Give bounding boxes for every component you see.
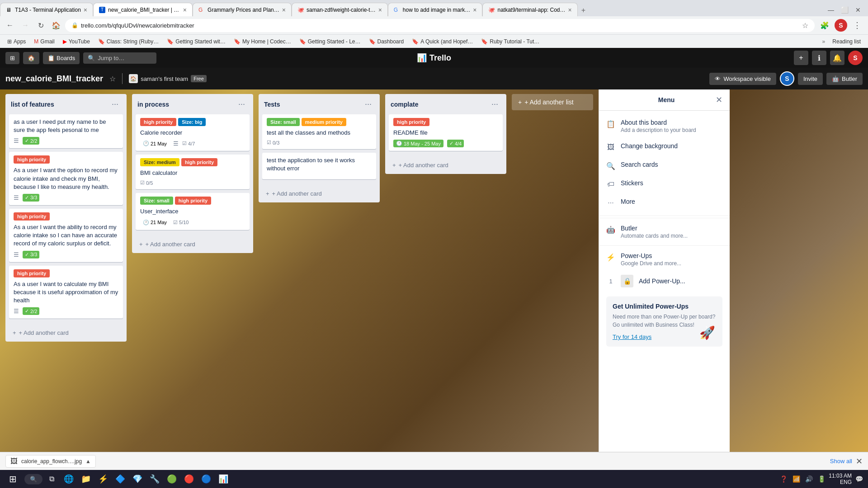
card-c2[interactable]: high priority As a user I want the optio… <box>9 152 123 205</box>
bookmark-8[interactable]: 🔖 A Quick (and Hopef… <box>408 37 476 46</box>
taskbar-app8[interactable]: 📊 <box>215 471 231 487</box>
list-menu-button-features[interactable]: ··· <box>109 99 121 110</box>
forward-button[interactable]: → <box>19 19 32 32</box>
close-window-button[interactable]: ✕ <box>852 4 864 16</box>
browser-tab-5[interactable]: G how to add image in mark… × <box>388 3 483 16</box>
add-list-button[interactable]: + + Add another list <box>512 94 593 110</box>
create-button[interactable]: + <box>794 51 808 65</box>
maximize-button[interactable]: ⬜ <box>838 4 851 16</box>
browser-tab-3[interactable]: G Grammarly Prices and Plan… × <box>193 3 292 16</box>
member-avatar[interactable]: S <box>780 71 794 86</box>
search-input[interactable] <box>98 55 152 61</box>
tab-close-4[interactable]: × <box>378 6 382 14</box>
taskbar-app5[interactable]: 🟢 <box>164 471 180 487</box>
menu-item-about[interactable]: 📋 About this board Add a description to … <box>599 114 730 138</box>
bookmark-3[interactable]: 🔖 Class: String (Ruby… <box>94 37 162 46</box>
upsell-link[interactable]: Try for 14 days <box>613 333 651 340</box>
add-card-button-features[interactable]: + + Add another card <box>9 327 123 339</box>
menu-item-powerups[interactable]: ⚡ Power-Ups Google Drive and more... <box>599 248 730 271</box>
bookmarks-more[interactable]: » <box>820 37 828 46</box>
menu-close-button[interactable]: ✕ <box>716 95 722 105</box>
list-menu-button-complete[interactable]: ··· <box>489 99 501 110</box>
taskbar-app7[interactable]: 🔵 <box>198 471 214 487</box>
header-search[interactable]: 🔍 <box>83 52 156 64</box>
bookmark-7[interactable]: 🔖 Dashboard <box>365 37 408 46</box>
card-c10[interactable]: high priority README file 🕐 18 May - 25 … <box>389 114 503 151</box>
grid-button[interactable]: ⊞ <box>5 52 19 64</box>
taskbar-app2[interactable]: 🔷 <box>112 471 128 487</box>
tab-close-5[interactable]: × <box>473 6 476 14</box>
browser-tab-1[interactable]: 🖥 T1A3 - Terminal Application × <box>0 3 93 16</box>
notifications-button[interactable]: 🔔 <box>830 51 844 65</box>
workspace-button[interactable]: 👁 Workspace visible <box>709 73 776 85</box>
list-menu-button-inprocess[interactable]: ··· <box>236 99 248 110</box>
browser-tab-4[interactable]: 🐙 saman-zdf/weight-calorie-t… × <box>292 3 388 16</box>
home-trello-button[interactable]: 🏠 <box>23 52 39 64</box>
taskbar-network[interactable]: 📶 <box>791 474 802 484</box>
board-title[interactable]: new_calorie_BMI_tracker <box>5 74 103 84</box>
new-tab-button[interactable]: + <box>578 5 589 16</box>
taskbar-battery[interactable]: 🔋 <box>816 474 827 484</box>
taskbar-explorer[interactable]: 📁 <box>78 471 94 487</box>
minimize-button[interactable]: — <box>825 4 837 16</box>
menu-dots-button[interactable]: ⋮ <box>850 18 864 33</box>
reading-list[interactable]: Reading list <box>829 37 864 46</box>
taskbar-help[interactable]: ❓ <box>778 474 789 484</box>
taskbar-browser[interactable]: 🌐 <box>61 471 77 487</box>
info-button[interactable]: ℹ <box>812 51 826 65</box>
card-c1[interactable]: as a user I need put my name to be sure … <box>9 114 123 148</box>
taskbar-task-view[interactable]: ⧉ <box>43 471 60 487</box>
bookmark-5[interactable]: 🔖 My Home | Codec… <box>230 37 295 46</box>
profile-avatar[interactable]: S <box>835 19 847 32</box>
tab-close-6[interactable]: × <box>568 6 572 14</box>
add-card-button-tests[interactable]: + + Add another card <box>262 188 376 200</box>
profile-button[interactable]: S <box>834 18 848 33</box>
taskbar-app3[interactable]: 💎 <box>129 471 146 487</box>
bookmark-apps[interactable]: ⊞ Apps <box>4 37 29 46</box>
taskbar-app6[interactable]: 🔴 <box>181 471 197 487</box>
card-c6[interactable]: Size: medium high priority BMI calculato… <box>136 155 250 189</box>
card-c9[interactable]: test the application to see it works wit… <box>262 153 376 179</box>
menu-item-search[interactable]: 🔍 Search cards <box>599 156 730 175</box>
extensions-button[interactable]: 🧩 <box>817 18 832 33</box>
browser-tab-6[interactable]: 🐙 natkat9/terminal-app: Cod… × <box>482 3 577 16</box>
card-c8[interactable]: Size: small medium priority test all the… <box>262 114 376 149</box>
tab-close-2[interactable]: × <box>183 6 187 14</box>
board-star-button[interactable]: ☆ <box>109 75 116 83</box>
taskbar-search[interactable]: 🔍 <box>24 474 42 484</box>
add-card-button-complete[interactable]: + + Add another card <box>389 159 503 171</box>
start-button[interactable]: ⊞ <box>4 470 22 488</box>
taskbar-volume[interactable]: 🔊 <box>803 474 814 484</box>
show-all-button[interactable]: Show all <box>830 458 852 465</box>
card-c5[interactable]: high priority Size: big Calorie recorder… <box>136 114 250 151</box>
bookmark-6[interactable]: 🔖 Getting Started - Le… <box>296 37 364 46</box>
menu-item-more[interactable]: ··· More <box>599 193 730 212</box>
card-c4[interactable]: high priority As a user I want to calcul… <box>9 266 123 319</box>
address-bar[interactable]: 🔒 trello.com/b/qfquUDvl/newcaloriebmitra… <box>65 19 815 32</box>
menu-item-stickers[interactable]: 🏷 Stickers <box>599 175 730 193</box>
browser-tab-2[interactable]: T new_calorie_BMI_tracker | T… × <box>93 3 193 16</box>
tab-close-1[interactable]: × <box>84 6 87 14</box>
download-file-item[interactable]: 🖼 calorie_app_flowch….jpg ▲ <box>5 455 96 468</box>
list-menu-button-tests[interactable]: ··· <box>362 99 374 110</box>
bookmark-9[interactable]: 🔖 Ruby Tutorial - Tut… <box>477 37 543 46</box>
card-c3[interactable]: high priority As a user I want the abili… <box>9 209 123 262</box>
taskbar-app1[interactable]: ⚡ <box>95 471 111 487</box>
power-up-add[interactable]: 1 🔒 Add Power-Up... <box>599 271 730 291</box>
card-c7[interactable]: Size: small high priority User_interface… <box>136 193 250 230</box>
add-card-button-inprocess[interactable]: + + Add another card <box>136 238 250 250</box>
taskbar-notification-center[interactable]: 💬 <box>854 474 864 484</box>
home-button[interactable]: 🏠 <box>50 19 62 32</box>
back-button[interactable]: ← <box>4 19 16 32</box>
bookmark-gmail[interactable]: M Gmail <box>30 37 58 46</box>
user-avatar[interactable]: S <box>848 51 863 65</box>
board-scroll[interactable]: list of features ··· as a user I need pu… <box>0 89 599 452</box>
reload-button[interactable]: ↻ <box>34 19 47 32</box>
download-bar-close[interactable]: ✕ <box>856 456 863 466</box>
bookmark-youtube[interactable]: ▶ YouTube <box>59 37 94 46</box>
tab-close-3[interactable]: × <box>282 6 286 14</box>
bookmark-star-button[interactable]: ☆ <box>802 21 808 30</box>
menu-item-butler[interactable]: 🤖 Butler Automate cards and more... <box>599 220 730 244</box>
taskbar-app4[interactable]: 🔧 <box>146 471 163 487</box>
invite-button[interactable]: Invite <box>798 73 823 85</box>
